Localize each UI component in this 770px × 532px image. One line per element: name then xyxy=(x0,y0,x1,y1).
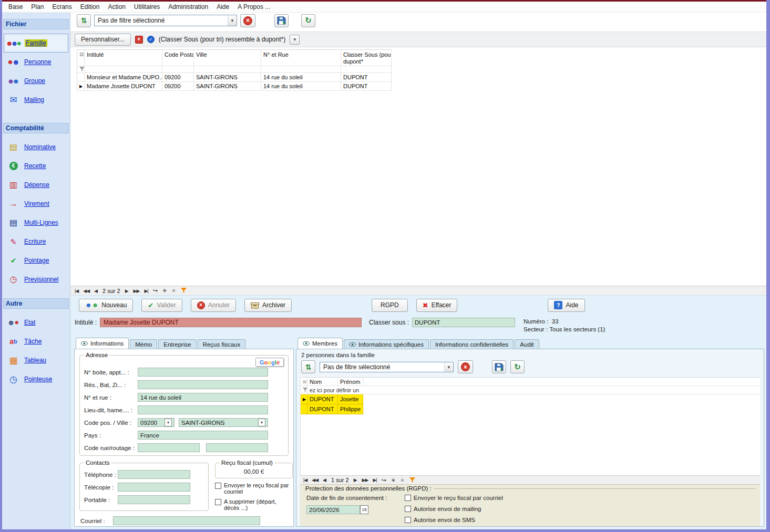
nav-first-button[interactable]: |◀ xyxy=(303,477,307,483)
routage-field-2[interactable] xyxy=(206,443,268,452)
nav-first-button[interactable]: |◀ xyxy=(75,288,78,294)
sidebar-item-etat[interactable]: ☻☻ Etat xyxy=(4,313,68,332)
nav-last-button[interactable]: ▶| xyxy=(373,477,376,483)
nav-last-button[interactable]: ▶| xyxy=(144,288,148,294)
rgpd-sms-checkbox[interactable] xyxy=(405,517,411,523)
record-filter-select[interactable]: Pas de filtre sélectionné ▾ xyxy=(94,15,237,26)
table-row-cell[interactable]: DUPONT xyxy=(341,73,392,82)
table-row-cell[interactable]: SAINT-GIRONS xyxy=(194,82,261,91)
rgpd-mailing-checkbox[interactable] xyxy=(405,506,411,512)
member-row-cell[interactable]: DUPONT xyxy=(307,404,338,414)
menu-action[interactable]: Action xyxy=(104,2,129,12)
sidebar-item-pointeuse[interactable]: ◷ Pointeuse xyxy=(4,370,68,389)
filter-cell[interactable] xyxy=(261,66,341,73)
table-corner[interactable]: ▤ xyxy=(301,378,307,386)
sidebar-item-tache[interactable]: ab Tâche xyxy=(4,332,68,351)
clear-filter-button[interactable]: × xyxy=(240,14,255,27)
members-filter-select[interactable]: Pas de filtre sélectionné ▾ xyxy=(320,362,454,372)
members-filter-hint[interactable]: ez ici pour définir un xyxy=(307,386,760,394)
table-row-cell[interactable]: Madame Josette DUPONT xyxy=(85,82,162,91)
nav-new-button[interactable]: ✳ xyxy=(162,288,167,294)
menu-edition[interactable]: Edition xyxy=(76,2,104,12)
archiver-button[interactable]: Archiver xyxy=(244,299,292,312)
column-header-nom[interactable]: Nom xyxy=(307,378,338,386)
effacer-button[interactable]: ✖Effacer xyxy=(416,299,458,312)
a-supprimer-checkbox[interactable] xyxy=(215,499,221,505)
member-row-cell[interactable]: Philippe xyxy=(338,404,363,414)
table-row-cell[interactable]: 09200 xyxy=(162,82,194,91)
nav-new2-button[interactable]: ✳ xyxy=(171,288,176,294)
member-row-cell[interactable]: DUPONT xyxy=(307,394,338,404)
sidebar-item-depense[interactable]: ▥ Dépense xyxy=(4,175,68,194)
consent-date-field[interactable]: 20/06/2026 xyxy=(306,505,360,514)
nav-fast-prev-button[interactable]: ◀◀ xyxy=(312,477,318,483)
courriel-field[interactable] xyxy=(113,516,260,525)
sidebar-item-famille[interactable]: ☻☻☻ Famille xyxy=(4,34,68,53)
nav-fast-next-button[interactable]: ▶▶ xyxy=(134,288,140,294)
table-row-cell[interactable]: DUPONT xyxy=(341,82,392,91)
menu-base[interactable]: Base xyxy=(4,2,27,12)
routage-field-1[interactable] xyxy=(138,443,200,452)
classer-sous-field[interactable]: DUPONT xyxy=(412,318,515,327)
menu-a-propos[interactable]: A Propos ... xyxy=(233,2,274,12)
menu-ecrans[interactable]: Ecrans xyxy=(48,2,76,12)
boite-field[interactable] xyxy=(138,368,268,377)
nav-prev-button[interactable]: ◀ xyxy=(94,288,98,294)
members-save-filter-button[interactable] xyxy=(492,360,506,373)
menu-administration[interactable]: Administration xyxy=(164,2,212,12)
row-gutter[interactable] xyxy=(301,404,307,414)
sidebar-item-previsionnel[interactable]: ◷ Previsionnel xyxy=(4,270,68,289)
telecopie-field[interactable] xyxy=(118,483,190,492)
telephone-field[interactable] xyxy=(118,470,190,479)
table-corner[interactable]: ▤ xyxy=(77,50,85,66)
filter-row-gutter[interactable] xyxy=(301,386,307,394)
sidebar-item-recette[interactable]: € Recette xyxy=(4,157,68,175)
res-field[interactable] xyxy=(138,380,268,389)
google-button[interactable]: Google xyxy=(255,358,284,367)
sidebar-item-multi-lignes[interactable]: ▤ Multi-Lignes xyxy=(4,213,68,232)
portable-field[interactable] xyxy=(118,495,190,504)
nav-prev-button[interactable]: ◀ xyxy=(323,477,326,483)
nav-fast-prev-button[interactable]: ◀◀ xyxy=(83,288,89,294)
column-header-code-postal[interactable]: Code Postal xyxy=(162,50,194,66)
column-header-ville[interactable]: Ville xyxy=(194,50,261,66)
table-row-cell[interactable]: SAINT-GIRONS xyxy=(194,73,261,82)
sidebar-item-ecriture[interactable]: ✎ Ecriture xyxy=(4,232,68,251)
rgpd-courriel-checkbox[interactable] xyxy=(405,495,411,501)
tab-memo[interactable]: Mémo xyxy=(130,339,157,349)
table-row-cell[interactable]: 14 rue du soleil xyxy=(261,82,341,91)
nav-new2-button[interactable]: ✳ xyxy=(400,477,404,483)
sidebar-item-mailing[interactable]: ✉ Mailing xyxy=(4,90,68,109)
menu-utilitaires[interactable]: Utilitaires xyxy=(130,2,164,12)
nav-redo-button[interactable]: ↪ xyxy=(153,287,158,294)
filter-cell[interactable] xyxy=(341,66,392,73)
nav-next-button[interactable]: ▶ xyxy=(354,477,357,483)
table-row-cell[interactable]: 09200 xyxy=(162,73,194,82)
envoyer-recu-checkbox[interactable] xyxy=(215,483,221,489)
remove-filter-button[interactable]: × xyxy=(135,36,143,44)
members-sort-button[interactable]: ⇅ xyxy=(301,360,315,373)
tab-entreprise[interactable]: Entreprise xyxy=(158,339,196,349)
nav-filter-button[interactable] xyxy=(181,288,187,294)
nouveau-button[interactable]: ☻☻Nouveau xyxy=(79,299,133,312)
filter-cell[interactable] xyxy=(85,66,162,73)
pays-field[interactable]: France xyxy=(138,431,268,440)
aide-button[interactable]: ?Aide xyxy=(548,299,584,312)
member-row-cell[interactable]: Josette xyxy=(338,394,363,404)
members-refresh-button[interactable]: ↻ xyxy=(510,360,525,373)
column-header-rue[interactable]: N° et Rue xyxy=(261,50,341,66)
tab-membres[interactable]: Membres xyxy=(297,338,343,349)
valider-button[interactable]: ✔Valider xyxy=(141,299,182,312)
row-gutter-current[interactable]: ▶ xyxy=(301,394,307,404)
members-clear-filter-button[interactable]: × xyxy=(458,360,473,373)
table-row-cell[interactable]: Monsieur et Madame DUPO... xyxy=(85,73,162,82)
table-row-cell[interactable]: 14 rue du soleil xyxy=(261,73,341,82)
ville-select[interactable]: SAINT-GIRONS▾ xyxy=(179,418,268,427)
row-gutter-current[interactable]: ▶ xyxy=(77,82,85,91)
refresh-button[interactable]: ↻ xyxy=(301,14,315,27)
lieu-field[interactable] xyxy=(138,405,268,414)
sidebar-item-groupe[interactable]: ☻☻ Groupe xyxy=(4,71,68,90)
save-filter-button[interactable] xyxy=(274,14,289,27)
tab-audit[interactable]: Audit xyxy=(515,339,539,349)
sidebar-item-nominative[interactable]: ▤ Nominative xyxy=(4,138,68,157)
